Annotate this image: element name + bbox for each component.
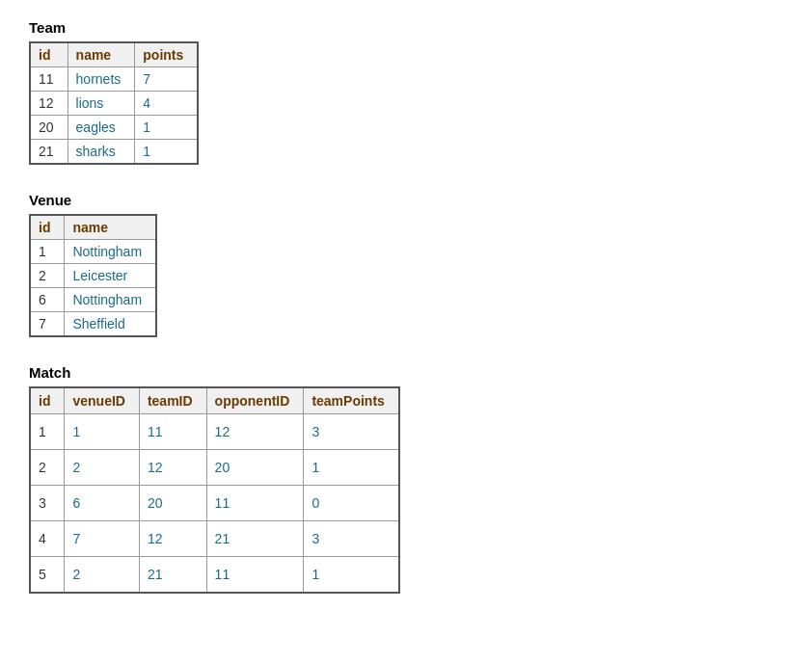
match-section: Match id venueID teamID opponentID teamP… bbox=[29, 364, 783, 594]
table-row: 1 Nottingham bbox=[30, 240, 156, 264]
table-row: 1 1 11 12 3 bbox=[30, 414, 399, 450]
venue-col-name: name bbox=[65, 215, 156, 240]
team-col-id: id bbox=[30, 42, 68, 67]
venue-name: Sheffield bbox=[65, 312, 156, 337]
match-id: 2 bbox=[30, 450, 65, 486]
match-opponentid: 12 bbox=[206, 414, 304, 450]
match-id: 1 bbox=[30, 414, 65, 450]
team-id: 21 bbox=[30, 140, 68, 165]
table-row: 21 sharks 1 bbox=[30, 140, 198, 165]
match-venueid: 6 bbox=[65, 486, 139, 521]
team-header-row: id name points bbox=[30, 42, 198, 67]
match-teampoints: 3 bbox=[304, 414, 399, 450]
table-row: 2 2 12 20 1 bbox=[30, 450, 399, 486]
team-points: 4 bbox=[135, 92, 199, 116]
match-opponentid: 11 bbox=[206, 486, 304, 521]
match-teamid: 11 bbox=[139, 414, 206, 450]
venue-section: Venue id name 1 Nottingham 2 Leicester 6… bbox=[29, 192, 783, 337]
venue-table: id name 1 Nottingham 2 Leicester 6 Notti… bbox=[29, 214, 157, 337]
table-row: 12 lions 4 bbox=[30, 92, 198, 116]
team-title: Team bbox=[29, 19, 783, 36]
venue-title: Venue bbox=[29, 192, 783, 208]
team-name: hornets bbox=[68, 67, 135, 92]
team-points: 1 bbox=[135, 140, 199, 165]
team-name: sharks bbox=[68, 140, 135, 165]
table-row: 11 hornets 7 bbox=[30, 67, 198, 92]
team-col-points: points bbox=[135, 42, 199, 67]
match-opponentid: 21 bbox=[206, 521, 304, 557]
table-row: 5 2 21 11 1 bbox=[30, 557, 399, 594]
match-col-teamid: teamID bbox=[139, 387, 206, 414]
table-row: 7 Sheffield bbox=[30, 312, 156, 337]
venue-id: 6 bbox=[30, 288, 65, 312]
match-col-id: id bbox=[30, 387, 65, 414]
team-section: Team id name points 11 hornets 7 12 lion… bbox=[29, 19, 783, 165]
team-id: 11 bbox=[30, 67, 68, 92]
team-points: 1 bbox=[135, 116, 199, 140]
table-row: 20 eagles 1 bbox=[30, 116, 198, 140]
match-opponentid: 20 bbox=[206, 450, 304, 486]
venue-col-id: id bbox=[30, 215, 65, 240]
match-id: 5 bbox=[30, 557, 65, 594]
match-teampoints: 1 bbox=[304, 450, 399, 486]
venue-id: 1 bbox=[30, 240, 65, 264]
match-teamid: 12 bbox=[139, 521, 206, 557]
match-header-row: id venueID teamID opponentID teamPoints bbox=[30, 387, 399, 414]
team-name: lions bbox=[68, 92, 135, 116]
table-row: 6 Nottingham bbox=[30, 288, 156, 312]
venue-id: 2 bbox=[30, 264, 65, 288]
venue-id: 7 bbox=[30, 312, 65, 337]
venue-header-row: id name bbox=[30, 215, 156, 240]
match-teampoints: 1 bbox=[304, 557, 399, 594]
match-venueid: 2 bbox=[65, 557, 139, 594]
match-teamid: 12 bbox=[139, 450, 206, 486]
match-venueid: 7 bbox=[65, 521, 139, 557]
team-id: 20 bbox=[30, 116, 68, 140]
match-teampoints: 3 bbox=[304, 521, 399, 557]
team-name: eagles bbox=[68, 116, 135, 140]
match-id: 3 bbox=[30, 486, 65, 521]
match-title: Match bbox=[29, 364, 783, 381]
match-teampoints: 0 bbox=[304, 486, 399, 521]
match-venueid: 1 bbox=[65, 414, 139, 450]
table-row: 2 Leicester bbox=[30, 264, 156, 288]
match-col-opponentid: opponentID bbox=[206, 387, 304, 414]
venue-name: Nottingham bbox=[65, 240, 156, 264]
match-teamid: 20 bbox=[139, 486, 206, 521]
match-id: 4 bbox=[30, 521, 65, 557]
team-table: id name points 11 hornets 7 12 lions 4 2… bbox=[29, 41, 199, 165]
match-table: id venueID teamID opponentID teamPoints … bbox=[29, 386, 400, 594]
table-row: 4 7 12 21 3 bbox=[30, 521, 399, 557]
venue-name: Leicester bbox=[65, 264, 156, 288]
match-teamid: 21 bbox=[139, 557, 206, 594]
team-points: 7 bbox=[135, 67, 199, 92]
match-venueid: 2 bbox=[65, 450, 139, 486]
team-id: 12 bbox=[30, 92, 68, 116]
table-row: 3 6 20 11 0 bbox=[30, 486, 399, 521]
match-col-teampoints: teamPoints bbox=[304, 387, 399, 414]
venue-name: Nottingham bbox=[65, 288, 156, 312]
match-opponentid: 11 bbox=[206, 557, 304, 594]
team-col-name: name bbox=[68, 42, 135, 67]
match-col-venueid: venueID bbox=[65, 387, 139, 414]
